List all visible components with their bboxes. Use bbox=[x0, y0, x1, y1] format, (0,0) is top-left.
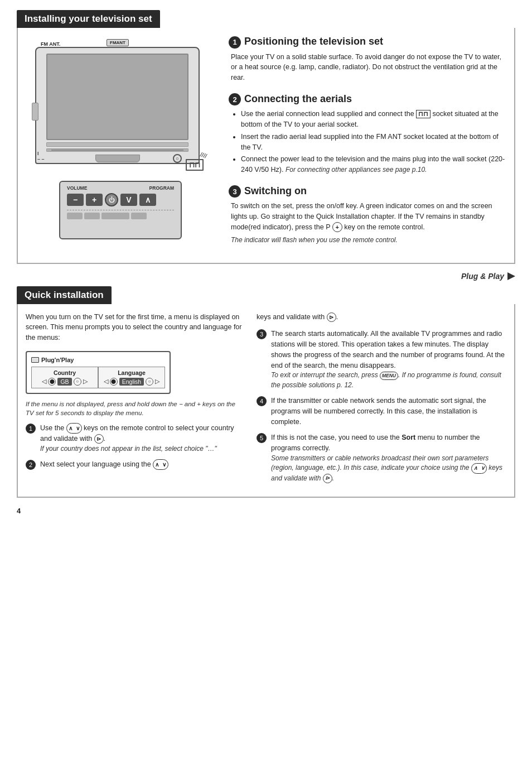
rq-step3-num: 3 bbox=[257, 329, 267, 339]
step3-number: 3 bbox=[229, 185, 241, 198]
fm-ant-socket: FMANT bbox=[107, 39, 129, 46]
ok-key-icon-2: ⊳ bbox=[327, 312, 336, 322]
plug-play-arrow bbox=[507, 272, 515, 280]
key-down-3: ∨ bbox=[479, 464, 486, 473]
rq-step5-note: Some transmitters or cable networks broa… bbox=[271, 454, 506, 483]
pnp-tv-icon bbox=[31, 357, 39, 363]
pnp-country-header: Country bbox=[35, 369, 94, 376]
remote-extra-btn-3 bbox=[101, 213, 129, 219]
tv-stand bbox=[95, 155, 140, 162]
plug-play-bar: Plug & Play bbox=[17, 272, 515, 281]
sort-term: Sort bbox=[402, 434, 415, 441]
keys-validate-text: keys and validate with ⊳. bbox=[257, 312, 506, 323]
rq-step3-body: The search starts automatically. All the… bbox=[271, 329, 506, 390]
key-down: ∨ bbox=[74, 424, 81, 433]
remote-extra-btn-1 bbox=[67, 213, 83, 219]
step2-title: Connecting the aerials bbox=[244, 93, 352, 105]
up-down-keys-icon-3: ∧ ∨ bbox=[471, 463, 487, 474]
plug-play-label: Plug & Play bbox=[461, 272, 515, 281]
p-plus-icon: + bbox=[332, 222, 342, 232]
tv-connector-symbol-inline: ⊓⊓ bbox=[416, 110, 431, 118]
lang-circle-icon-2: ○ bbox=[146, 378, 153, 386]
power-btn[interactable]: ⏻ bbox=[105, 193, 118, 206]
aerial-note: For connecting other appliances see page… bbox=[286, 166, 427, 174]
ok-key-icon: ⊳ bbox=[94, 434, 104, 444]
country-arrow-right: ▷ bbox=[83, 378, 88, 385]
qi-step1-number: 1 bbox=[26, 424, 36, 434]
right-column: keys and validate with ⊳. 3 The search s… bbox=[257, 312, 506, 489]
prog-down-btn[interactable]: V bbox=[120, 194, 137, 206]
qi-step-1: 1 Use the ∧ ∨ keys on the remote control… bbox=[26, 423, 243, 454]
step3-title: Switching on bbox=[244, 185, 307, 197]
bottom-inner: When you turn on the TV set for the firs… bbox=[26, 312, 506, 489]
step-switching: 3 Switching on To switch on the set, pre… bbox=[229, 185, 506, 245]
qi-step2-body: Next select your language using the ∧ ∨ bbox=[40, 459, 243, 470]
qi-intro: When you turn on the TV set for the firs… bbox=[26, 312, 243, 343]
pnp-language-row: ◁ ⬤ English ○ ▷ bbox=[102, 378, 161, 386]
page-number: 4 bbox=[17, 507, 515, 515]
tv-screen bbox=[46, 54, 188, 140]
rq-step-3: 3 The search starts automatically. All t… bbox=[257, 329, 506, 390]
rq-step4-body: If the transmitter or cable network send… bbox=[271, 396, 506, 427]
tv-bottom-bar bbox=[46, 148, 188, 152]
step2-title-row: 2 Connecting the aerials bbox=[229, 93, 506, 106]
tv-cable: //// bbox=[199, 151, 208, 159]
country-value: GB bbox=[57, 378, 71, 386]
lang-arrow-right: ▷ bbox=[155, 378, 159, 385]
left-column: When you turn on the TV set for the firs… bbox=[26, 312, 243, 476]
volume-label: VOLUME bbox=[67, 185, 87, 191]
up-down-keys-icon-2: ∧ ∨ bbox=[153, 459, 168, 470]
pnp-language-col: Language ◁ ⬤ English ○ ▷ bbox=[98, 367, 165, 388]
top-section-inner: FM ANT. FMANT //// bbox=[26, 36, 506, 255]
fm-ant-label: FM ANT. bbox=[41, 41, 60, 47]
remote-buttons-row: − + ⏻ V ∧ bbox=[64, 193, 177, 206]
rq-step5-num: 5 bbox=[257, 433, 267, 443]
key-up: ∧ bbox=[67, 424, 74, 433]
rq-step3-note: To exit or interrupt the search, press M… bbox=[271, 371, 506, 390]
qi-step1-body: Use the ∧ ∨ keys on the remote control t… bbox=[40, 423, 243, 454]
lang-arrow-left: ◁ bbox=[104, 378, 108, 385]
step1-body: Place your TV on a solid stable surface.… bbox=[231, 52, 506, 83]
tv-body bbox=[35, 47, 200, 164]
prog-up-btn[interactable]: ∧ bbox=[139, 194, 156, 206]
aerial-bullet-1: Use the aerial connection lead supplied … bbox=[241, 109, 506, 130]
vol-minus-btn[interactable]: − bbox=[67, 194, 84, 206]
pnp-menu-box: Plug'n'Play Country ◁ ⬤ GB ○ ▷ bbox=[26, 351, 171, 394]
rq-step5-body: If this is not the case, you need to use… bbox=[271, 432, 506, 483]
step1-title-row: 1 Positioning the television set bbox=[229, 36, 506, 49]
qi-step-2: 2 Next select your language using the ∧ … bbox=[26, 459, 243, 470]
rq-step-5: 5 If this is not the case, you need to u… bbox=[257, 432, 506, 483]
rq-step4-num: 4 bbox=[257, 396, 267, 406]
pnp-columns: Country ◁ ⬤ GB ○ ▷ Language ◁ bbox=[31, 367, 165, 388]
remote-extra-buttons bbox=[64, 210, 177, 219]
aerial-bullet-3: Connect the power lead to the television… bbox=[241, 154, 506, 175]
vol-plus-btn[interactable]: + bbox=[86, 194, 103, 206]
tv-control-bar bbox=[46, 142, 188, 147]
pnp-menu-title: Plug'n'Play bbox=[31, 357, 165, 363]
lang-circle-icon: ⬤ bbox=[110, 378, 118, 386]
step1-number: 1 bbox=[229, 36, 241, 49]
tv-switch-label: I– – bbox=[37, 151, 45, 162]
key-up-2: ∧ bbox=[153, 460, 161, 469]
key-up-3: ∧ bbox=[472, 464, 479, 473]
country-circle-icon-2: ○ bbox=[74, 378, 81, 386]
pnp-country-row: ◁ ⬤ GB ○ ▷ bbox=[35, 378, 94, 386]
tv-diagram: FM ANT. FMANT //// bbox=[26, 36, 215, 239]
country-arrow-left: ◁ bbox=[42, 378, 46, 385]
pnp-title-text: Plug'n'Play bbox=[41, 357, 74, 363]
aerial-bullet-2: Insert the radio aerial lead supplied in… bbox=[241, 132, 506, 153]
step2-number: 2 bbox=[229, 93, 241, 105]
tv-illustration: FM ANT. FMANT //// bbox=[28, 36, 212, 175]
pnp-language-header: Language bbox=[102, 369, 161, 376]
step3-italic-note: The indicator will flash when you use th… bbox=[231, 235, 506, 245]
rq-step-4: 4 If the transmitter or cable network se… bbox=[257, 396, 506, 427]
plug-play-text: Plug & Play bbox=[461, 272, 504, 281]
remote-extra-btn-4 bbox=[131, 213, 147, 219]
top-section-header-wrapper: Installing your television set bbox=[17, 10, 515, 28]
top-section-header: Installing your television set bbox=[17, 10, 160, 28]
language-value: English bbox=[119, 378, 144, 386]
bottom-section-header-wrapper: Quick installation bbox=[17, 286, 515, 304]
key-down-2: ∨ bbox=[161, 460, 168, 469]
qi-step2-number: 2 bbox=[26, 460, 36, 470]
tv-power-symbol: ○ bbox=[173, 154, 182, 163]
